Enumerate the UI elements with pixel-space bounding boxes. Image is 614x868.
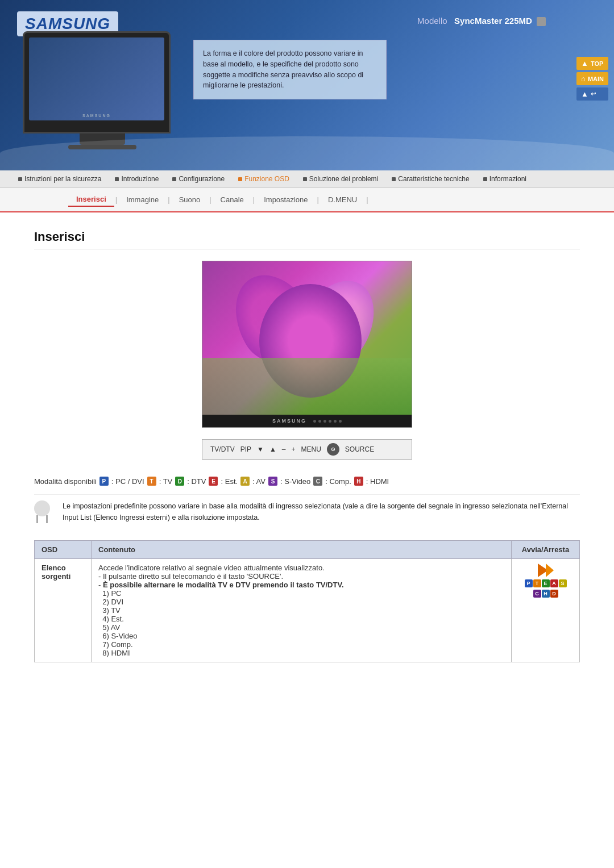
sub-nav-immagine[interactable]: Immagine [118, 193, 167, 206]
side-btn-back-icon: ↩ [591, 90, 596, 98]
side-btn-back[interactable]: ▲ ↩ [576, 87, 608, 101]
small-badge-a: A [550, 579, 558, 587]
mode-badge-s: S [268, 477, 277, 486]
header-info-text: La forma e il colore del prodotto posson… [203, 49, 363, 89]
dot5 [334, 420, 337, 423]
monitor-samsung-label: SAMSUNG [272, 418, 306, 424]
sub-nav-dmenu[interactable]: D.MENU [320, 193, 365, 206]
monitor-display: SAMSUNG [202, 261, 412, 428]
header-info-box: La forma e il colore del prodotto posson… [193, 40, 387, 99]
green-background [202, 358, 412, 415]
dot-icon [18, 177, 22, 181]
sub-nav-canale[interactable]: Canale [213, 193, 252, 206]
main-content: Inserisci SAMSUNG TV/DTV PIP ▼ ▲ – + [0, 212, 614, 679]
mode-badge-e: E [209, 477, 218, 486]
control-source[interactable]: SOURCE [345, 445, 374, 453]
note-icon [34, 500, 55, 523]
top-nav-funzione-osd-label: Funzione OSD [244, 175, 289, 183]
table-header-content: Contenuto [92, 541, 512, 559]
side-nav: ▲ TOP ⌂ MAIN ▲ ↩ [576, 57, 608, 101]
sep4: | [253, 195, 255, 204]
main-icon: ⌂ [581, 74, 586, 83]
osd-label: Elencosorgenti [42, 564, 70, 581]
side-btn-main-label: MAIN [588, 76, 604, 82]
top-nav-funzione-osd[interactable]: Funzione OSD [231, 173, 296, 185]
dot-icon [172, 177, 176, 181]
control-minus[interactable]: – [282, 445, 286, 453]
dot3 [323, 420, 326, 423]
top-nav-caratteristiche[interactable]: Caratteristiche tecniche [385, 173, 476, 185]
control-plus[interactable]: + [291, 445, 295, 453]
mode-label-s: : S-Video [280, 477, 310, 486]
top-nav-sicurezza[interactable]: Istruzioni per la sicurezza [11, 173, 108, 185]
sep6: | [366, 195, 368, 204]
note-icon-body [34, 500, 50, 516]
mode-badge-t: T [147, 477, 156, 486]
side-btn-main[interactable]: ⌂ MAIN [576, 72, 608, 85]
model-icon [537, 17, 546, 26]
mode-label-e: : Est. [221, 477, 238, 486]
small-badge-d: D [550, 590, 558, 598]
page-title: Inserisci [34, 229, 580, 249]
content-intro: Accede l'indicatore relativo al segnale … [98, 564, 344, 657]
dot1 [313, 420, 316, 423]
small-badge-h: H [542, 590, 550, 598]
top-nav-configurazione[interactable]: Configurazione [165, 173, 231, 185]
control-menu[interactable]: MENU [301, 445, 321, 453]
mode-label-c: : Comp. [325, 477, 351, 486]
top-nav-soluzione-label: Soluzione dei problemi [309, 175, 378, 183]
table-cell-osd: Elencosorgenti [35, 559, 92, 662]
sub-nav-suono[interactable]: Suono [171, 193, 209, 206]
top-arrow-icon: ▲ [581, 59, 588, 68]
side-btn-top[interactable]: ▲ TOP [576, 57, 608, 70]
header-banner: SAMSUNG Modello SyncMaster 225MD SAMSUNG… [0, 0, 614, 170]
sub-nav: Inserisci | Immagine | Suono | Canale | … [0, 188, 614, 212]
monitor-dots [313, 420, 342, 423]
modes-label: Modalità disponibili [34, 477, 97, 486]
sep5: | [317, 195, 319, 204]
model-value: SyncMaster 225MD [454, 16, 532, 26]
model-label: Modello [417, 16, 447, 26]
top-nav-introduzione-label: Introduzione [121, 175, 159, 183]
sep2: | [168, 195, 169, 204]
header-monitor-image: SAMSUNG [23, 31, 182, 151]
dot2 [318, 420, 321, 423]
top-nav-informazioni[interactable]: Informazioni [476, 173, 533, 185]
source-icon-symbol: ⊙ [331, 446, 335, 452]
sub-nav-impostazione[interactable]: Impostazione [256, 193, 316, 206]
dot-icon-active [238, 177, 242, 181]
content-bold: È possibile alternare le modalità TV e D… [103, 581, 344, 589]
control-up[interactable]: ▲ [269, 445, 276, 453]
info-table: OSD Contenuto Avvia/Arresta Elencosorgen… [34, 540, 580, 662]
table-cell-content: Accede l'indicatore relativo al segnale … [92, 559, 512, 662]
mode-badge-p: P [99, 477, 109, 486]
note-text: Le impostazioni predefinite possono vari… [63, 500, 580, 523]
wave-decoration [0, 136, 614, 170]
small-badge-p: P [525, 579, 533, 587]
model-info: Modello SyncMaster 225MD [417, 16, 546, 26]
sub-nav-inserisci[interactable]: Inserisci [68, 193, 114, 207]
small-badge-t: T [533, 579, 541, 587]
table-cell-avvia: P T E A S C H D [512, 559, 580, 662]
top-nav-soluzione[interactable]: Soluzione dei problemi [296, 173, 385, 185]
modes-section: Modalità disponibili P : PC / DVI T : TV… [34, 477, 580, 486]
source-icon[interactable]: ⊙ [327, 443, 339, 456]
mode-badge-h: H [354, 477, 363, 486]
control-tvdtv[interactable]: TV/DTV [210, 445, 235, 453]
side-btn-top-label: TOP [591, 60, 603, 67]
top-nav-configurazione-label: Configurazione [179, 175, 225, 183]
control-pip[interactable]: PIP [240, 445, 251, 453]
monitor-screen-image [202, 261, 412, 415]
control-down[interactable]: ▼ [257, 445, 264, 453]
note-icon-legs [36, 515, 48, 523]
controls-bar: TV/DTV PIP ▼ ▲ – + MENU ⊙ SOURCE [202, 439, 412, 460]
dot6 [339, 420, 342, 423]
play-arrow-icon [538, 564, 554, 577]
dot-icon [483, 177, 487, 181]
top-nav-informazioni-label: Informazioni [489, 175, 526, 183]
top-nav-introduzione[interactable]: Introduzione [108, 173, 165, 185]
sep1: | [115, 195, 117, 204]
mode-label-p: : PC / DVI [111, 477, 144, 486]
sep3: | [209, 195, 211, 204]
badge-row-2: C H D [533, 590, 558, 598]
